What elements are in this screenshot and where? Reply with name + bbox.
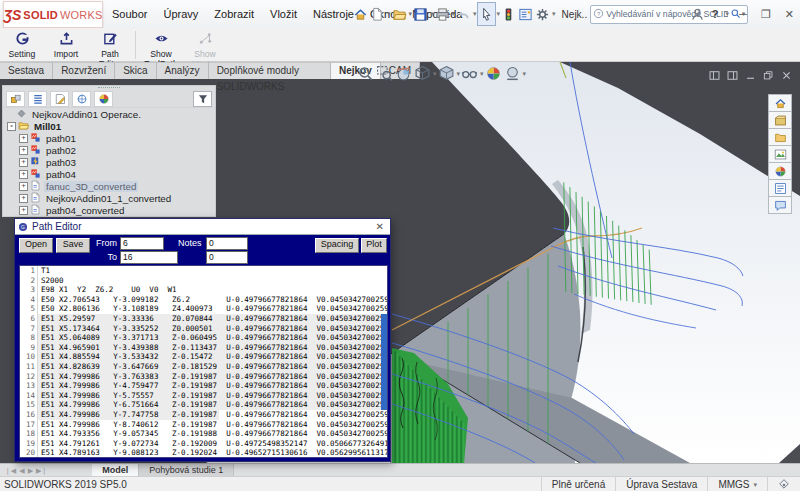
menu-vlo-it[interactable]: Vložit bbox=[262, 0, 305, 28]
gcode-line-9[interactable]: 9E51 X4.965901 Y-3.439388 Z-0.113437 U-0… bbox=[20, 343, 387, 353]
setting-button[interactable]: Setting bbox=[0, 30, 44, 60]
rebuild-icon[interactable] bbox=[500, 3, 517, 25]
save-button[interactable]: Save bbox=[56, 238, 90, 253]
tab-rozvr-en-[interactable]: Rozvržení bbox=[53, 62, 115, 79]
zoom-to-area-icon[interactable] bbox=[375, 64, 394, 83]
notes-field-1[interactable]: 0 bbox=[206, 237, 248, 250]
import-button[interactable]: Import bbox=[44, 30, 88, 60]
tree-item-path04[interactable]: +path04 bbox=[3, 168, 215, 180]
display-style-icon[interactable] bbox=[437, 64, 456, 83]
configuration-manager-icon[interactable] bbox=[72, 91, 91, 107]
to-field[interactable]: 16 bbox=[120, 251, 178, 264]
gcode-line-19[interactable]: 19E51 X4.791261 Y-9.072734 Z-0.192009 U-… bbox=[20, 439, 387, 449]
tree-item-path04-converted[interactable]: +path04_converted bbox=[3, 204, 215, 216]
tree-item-path03[interactable]: +path03 bbox=[3, 156, 215, 168]
gcode-line-2[interactable]: 2S2000 bbox=[20, 276, 387, 286]
display-states-icon[interactable] bbox=[767, 477, 800, 491]
plot-button[interactable]: Plot bbox=[361, 238, 387, 253]
display-manager-icon[interactable] bbox=[94, 91, 113, 107]
expander-plus-icon[interactable]: + bbox=[19, 194, 28, 203]
viewport-minimize-icon[interactable] bbox=[745, 67, 756, 85]
gcode-line-7[interactable]: 7E51 X5.173464 Y-3.335252 Z0.000501 U-0.… bbox=[20, 324, 387, 334]
view-orientation-icon[interactable] bbox=[413, 64, 432, 83]
prev-tab-icon[interactable]: ◀ bbox=[19, 467, 24, 475]
viewport-tile-right-icon[interactable] bbox=[727, 67, 738, 85]
gcode-line-13[interactable]: 13E51 X4.799986 Y-4.759477 Z-0.191987 U-… bbox=[20, 381, 387, 391]
save-icon[interactable] bbox=[412, 3, 429, 25]
viewport-restore-icon[interactable] bbox=[763, 67, 774, 85]
menu--pravy[interactable]: Úpravy bbox=[155, 0, 206, 28]
viewport-tile-left-icon[interactable] bbox=[709, 67, 720, 85]
path-editor-dialog[interactable]: G Path Editor ✕ Open Save From To 6 16 N… bbox=[14, 218, 391, 462]
apply-scene-icon[interactable] bbox=[503, 64, 522, 83]
dialog-title-bar[interactable]: G Path Editor ✕ bbox=[15, 219, 390, 235]
tree-item-nejkovaddin01-operace-[interactable]: NejkovAddin01 Operace. bbox=[3, 108, 215, 120]
tab-skica[interactable]: Skica bbox=[115, 62, 156, 79]
property-manager-icon[interactable] bbox=[50, 91, 69, 107]
viewport-close-icon[interactable] bbox=[781, 67, 792, 85]
new-document-icon[interactable] bbox=[369, 3, 386, 25]
options-icon[interactable] bbox=[534, 3, 551, 25]
dialog-close-icon[interactable]: ✕ bbox=[373, 221, 387, 232]
tab-dopl-kov-moduly-solidworks[interactable]: Doplňkové moduly SOLIDWORKS bbox=[209, 62, 331, 79]
next-tab-icon[interactable]: ▶ bbox=[28, 467, 33, 475]
options-caret-icon[interactable]: ▾ bbox=[552, 10, 556, 18]
tree-item-path01[interactable]: +path01 bbox=[3, 132, 215, 144]
apply-scene-caret-icon[interactable]: ▾ bbox=[523, 70, 527, 78]
gcode-line-12[interactable]: 12E51 X4.799986 Y-3.763383 Z-0.191987 U-… bbox=[20, 372, 387, 382]
tree-item-nejkovaddin01-1-converted[interactable]: +NejkovAddin01_1_converted bbox=[3, 192, 215, 204]
toolbar-overflow-label[interactable]: Nejk.. bbox=[562, 9, 588, 20]
expander-plus-icon[interactable]: + bbox=[19, 134, 28, 143]
gcode-line-1[interactable]: 1T1 bbox=[20, 266, 387, 276]
design-library-icon[interactable] bbox=[768, 112, 792, 129]
expander-plus-icon[interactable]: + bbox=[19, 170, 28, 179]
gcode-line-18[interactable]: 18E51 X4.793356 Y-9.057345 Z-0.191988 U-… bbox=[20, 429, 387, 439]
undo-icon[interactable] bbox=[455, 3, 472, 25]
minimize-button[interactable]: ─ bbox=[735, 8, 751, 20]
gcode-line-17[interactable]: 17E51 X4.799986 Y-8.740612 Z-0.191987 U-… bbox=[20, 420, 387, 430]
select-icon[interactable] bbox=[477, 2, 496, 26]
gcode-line-6[interactable]: 6E51 X5.29597 Y-3.33336 Z0.070844 U-0.49… bbox=[20, 314, 387, 324]
section-view-icon[interactable] bbox=[394, 64, 413, 83]
solidworks-forum-icon[interactable] bbox=[768, 197, 792, 214]
first-tab-icon[interactable]: ❘◀ bbox=[5, 467, 16, 475]
print-icon[interactable] bbox=[434, 3, 451, 25]
filter-icon[interactable] bbox=[193, 91, 212, 107]
feature-manager-icon[interactable] bbox=[28, 91, 47, 107]
file-explorer-icon[interactable] bbox=[768, 129, 792, 146]
edit-appearance-icon[interactable] bbox=[484, 64, 503, 83]
gcode-line-8[interactable]: 8E51 X5.064089 Y-3.371713 Z-0.060495 U-0… bbox=[20, 333, 387, 343]
gcode-line-16[interactable]: 16E51 X4.799986 Y-7.747758 Z-0.191987 U-… bbox=[20, 410, 387, 420]
tab-sestava[interactable]: Sestava bbox=[0, 62, 53, 79]
tree-item-path02[interactable]: +path02 bbox=[3, 144, 215, 156]
gcode-line-5[interactable]: 5E50 X2.806136 Y-3.108189 Z4.400973 U-0.… bbox=[20, 304, 387, 314]
hide-show-items-icon[interactable] bbox=[460, 64, 479, 83]
custom-properties-icon[interactable] bbox=[768, 180, 792, 197]
expander-plus-icon[interactable]: + bbox=[19, 158, 28, 167]
spacing-button[interactable]: Spacing bbox=[315, 238, 359, 253]
view-palette-icon[interactable] bbox=[768, 146, 792, 163]
gcode-line-3[interactable]: 3E98 X1 Y2 Z6.2 U0 V0 W1 bbox=[20, 285, 387, 295]
units-selector[interactable]: MMGS▾ bbox=[707, 477, 767, 491]
assembly-manager-icon[interactable] bbox=[6, 91, 25, 107]
tree-item-fanuc-3d-converted[interactable]: +fanuc_3D_converted bbox=[3, 180, 215, 192]
from-field[interactable]: 6 bbox=[120, 237, 164, 250]
expander-plus-icon[interactable]: + bbox=[19, 182, 28, 191]
tree-item-mill01[interactable]: -Mill01 bbox=[3, 120, 215, 132]
tab-anal-zy[interactable]: Analýzy bbox=[157, 62, 209, 79]
expander-plus-icon[interactable]: + bbox=[19, 146, 28, 155]
gcode-line-11[interactable]: 11E51 X4.828639 Y-3.647669 Z-0.181529 U-… bbox=[20, 362, 387, 372]
appearances-icon[interactable] bbox=[768, 163, 792, 180]
display-settings-icon[interactable] bbox=[517, 3, 534, 25]
zoom-to-fit-icon[interactable] bbox=[356, 64, 375, 83]
last-tab-icon[interactable]: ▶❘ bbox=[36, 467, 47, 475]
user-icon[interactable] bbox=[689, 3, 706, 25]
maximize-button[interactable]: ❐ bbox=[757, 8, 775, 21]
expander-plus-icon[interactable]: + bbox=[19, 206, 28, 215]
gcode-line-4[interactable]: 4E50 X2.706543 Y-3.099182 Z6.2 U-0.49796… bbox=[20, 295, 387, 305]
home-icon[interactable] bbox=[352, 3, 369, 25]
open-icon[interactable] bbox=[391, 3, 408, 25]
close-button[interactable]: ✕ bbox=[781, 8, 798, 21]
gcode-line-15[interactable]: 15E51 X4.799986 Y-6.751664 Z-0.191987 U-… bbox=[20, 400, 387, 410]
expander-minus-icon[interactable]: - bbox=[7, 122, 16, 131]
